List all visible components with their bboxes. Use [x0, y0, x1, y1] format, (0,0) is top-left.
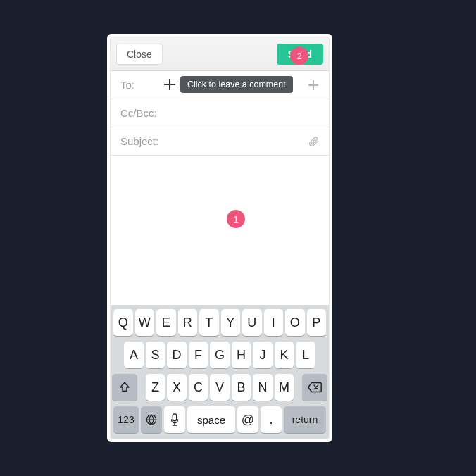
ccbcc-label: Cc/Bcc: — [120, 107, 157, 119]
key-w[interactable]: W — [135, 309, 155, 336]
key-p[interactable]: P — [307, 309, 327, 336]
key-g[interactable]: G — [210, 342, 230, 368]
key-n[interactable]: N — [253, 374, 273, 401]
key-y[interactable]: Y — [221, 309, 241, 336]
close-button[interactable]: Close — [116, 44, 163, 65]
key-z[interactable]: Z — [146, 374, 165, 401]
device-frame: Close Send To: Cc/Bcc: Subject: — [107, 34, 332, 442]
key-d[interactable]: D — [167, 342, 187, 368]
subject-label: Subject: — [120, 135, 158, 147]
key-v[interactable]: V — [210, 374, 230, 401]
key-dot[interactable]: . — [261, 406, 282, 433]
compose-screen: Close Send To: Cc/Bcc: Subject: — [110, 37, 330, 439]
ccbcc-field-row[interactable]: Cc/Bcc: — [111, 99, 329, 127]
add-recipient-icon[interactable] — [308, 80, 319, 91]
key-t[interactable]: T — [199, 309, 219, 336]
key-mic[interactable] — [164, 406, 185, 433]
key-backspace[interactable] — [302, 374, 327, 401]
add-comment-marker-icon[interactable] — [164, 79, 175, 90]
key-at[interactable]: @ — [237, 406, 258, 433]
keyboard-row-4: 123 space @ . return — [113, 406, 326, 433]
key-return[interactable]: return — [284, 406, 326, 433]
key-globe[interactable] — [141, 406, 162, 433]
key-r[interactable]: R — [178, 309, 198, 336]
key-c[interactable]: C — [189, 374, 208, 401]
key-k[interactable]: K — [275, 342, 294, 368]
keyboard: Q W E R T Y U I O P A S D F G H J K L — [111, 305, 329, 439]
key-e[interactable]: E — [156, 309, 176, 336]
key-u[interactable]: U — [242, 309, 262, 336]
key-m[interactable]: M — [275, 374, 294, 401]
key-o[interactable]: O — [285, 309, 305, 336]
key-j[interactable]: J — [253, 342, 273, 368]
key-q[interactable]: Q — [113, 309, 133, 336]
annotation-marker-1[interactable]: 1 — [227, 210, 245, 228]
key-a[interactable]: A — [124, 342, 144, 368]
key-b[interactable]: B — [232, 374, 251, 401]
key-i[interactable]: I — [264, 309, 284, 336]
key-shift[interactable] — [112, 374, 137, 401]
key-x[interactable]: X — [167, 374, 187, 401]
message-body[interactable] — [111, 156, 329, 305]
key-s[interactable]: S — [146, 342, 165, 368]
key-h[interactable]: H — [232, 342, 251, 368]
key-space[interactable]: space — [187, 406, 235, 433]
key-l[interactable]: L — [296, 342, 315, 368]
key-f[interactable]: F — [189, 342, 208, 368]
keyboard-row-1: Q W E R T Y U I O P — [113, 309, 326, 336]
keyboard-row-3: Z X C V B N M — [113, 374, 326, 401]
svg-rect-1 — [173, 414, 176, 421]
annotation-marker-2[interactable]: 2 — [290, 46, 308, 65]
keyboard-row-2: A S D F G H J K L — [113, 342, 326, 368]
attachment-icon[interactable] — [308, 136, 319, 147]
add-comment-tooltip: Click to leave a comment — [180, 76, 293, 93]
key-123[interactable]: 123 — [113, 406, 139, 433]
subject-field-row[interactable]: Subject: — [111, 127, 329, 156]
to-label: To: — [120, 79, 134, 91]
